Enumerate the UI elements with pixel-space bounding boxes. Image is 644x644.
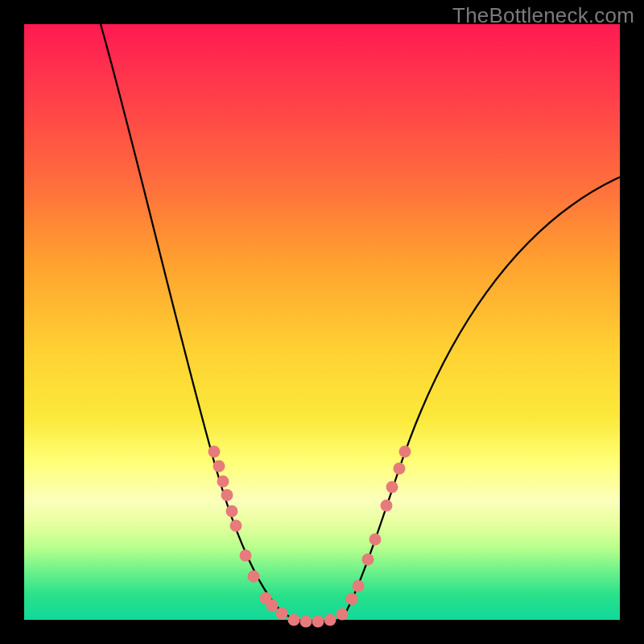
data-dot	[208, 446, 221, 458]
data-dot	[353, 580, 365, 592]
data-dot	[369, 534, 382, 546]
chart-frame: TheBottleneck.com	[0, 0, 644, 644]
chart-svg	[24, 24, 620, 620]
data-dot	[394, 463, 406, 475]
watermark-label: TheBottleneck.com	[452, 3, 634, 28]
data-dot	[213, 460, 225, 473]
data-dot	[381, 500, 393, 512]
data-dot	[276, 608, 288, 620]
data-dot	[312, 616, 324, 628]
data-dot	[240, 550, 252, 562]
data-dot	[217, 476, 229, 488]
chart-plot-area	[24, 24, 620, 620]
data-dot	[386, 481, 398, 493]
bottleneck-curve	[101, 24, 620, 621]
data-dot	[288, 614, 300, 626]
data-dot	[362, 554, 374, 566]
data-dot	[266, 600, 279, 612]
data-dot	[248, 571, 260, 583]
data-dot	[230, 520, 242, 532]
data-dot	[221, 489, 233, 502]
data-dot	[346, 593, 358, 605]
data-dot	[336, 609, 349, 621]
data-dot	[300, 616, 312, 628]
data-dot	[226, 506, 238, 518]
data-dot	[324, 614, 336, 626]
data-dot	[399, 446, 411, 458]
